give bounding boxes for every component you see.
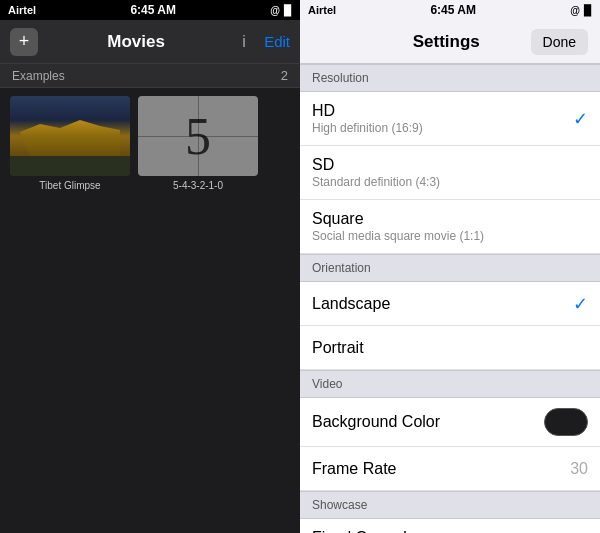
examples-label: Examples	[12, 69, 65, 83]
carrier-right: Airtel	[308, 4, 336, 16]
battery-icon-right: ▉	[584, 5, 592, 16]
tibet-label: Tibet Glimpse	[39, 180, 100, 191]
examples-section-header: Examples 2	[0, 64, 300, 88]
countdown-thumbnail: 5	[138, 96, 258, 176]
time-right: 6:45 AM	[430, 3, 476, 17]
signal-icon-right: @	[570, 5, 580, 16]
edit-button[interactable]: Edit	[264, 33, 290, 50]
battery-icon-left: ▉	[284, 5, 292, 16]
hd-item-left: HD High definition (16:9)	[312, 102, 423, 135]
thumb-img-countdown: 5	[138, 96, 258, 176]
examples-count: 2	[281, 68, 288, 83]
status-icons-right: @ ▉	[570, 5, 592, 16]
info-icon[interactable]: i	[234, 33, 254, 51]
settings-item-sd[interactable]: SD Standard definition (4:3)	[300, 146, 600, 200]
settings-item-landscape[interactable]: Landscape ✓	[300, 282, 600, 326]
square-subtitle: Social media square movie (1:1)	[312, 229, 484, 243]
left-panel: Airtel 6:45 AM @ ▉ + Movies i Edit Examp…	[0, 0, 300, 533]
movies-title: Movies	[38, 32, 234, 52]
settings-item-portrait[interactable]: Portrait	[300, 326, 600, 370]
portrait-title: Portrait	[312, 339, 364, 357]
settings-item-frame-rate[interactable]: Frame Rate 30	[300, 447, 600, 491]
status-bar-left: Airtel 6:45 AM @ ▉	[0, 0, 300, 20]
showcase-section-header: Showcase	[300, 491, 600, 519]
time-left: 6:45 AM	[130, 3, 176, 17]
fixed-cover-item-left: Fixed Cover Image Display fixed cover im…	[312, 529, 533, 533]
thumbnails-row: Tibet Glimpse 5 5-4-3-2-1-0	[0, 88, 300, 199]
background-color-item-left: Background Color	[312, 413, 440, 431]
square-title: Square	[312, 210, 484, 228]
landscape-checkmark: ✓	[573, 293, 588, 315]
signal-icon-left: @	[270, 5, 280, 16]
carrier-left: Airtel	[8, 4, 36, 16]
color-oval[interactable]	[544, 408, 588, 436]
thumb-item-countdown[interactable]: 5 5-4-3-2-1-0	[138, 96, 258, 191]
settings-title: Settings	[362, 32, 531, 52]
sd-title: SD	[312, 156, 440, 174]
frame-rate-value: 30	[570, 460, 588, 478]
hd-checkmark-container: ✓	[573, 108, 588, 130]
hd-title: HD	[312, 102, 423, 120]
orientation-section-header: Orientation	[300, 254, 600, 282]
tibet-thumbnail	[10, 96, 130, 176]
frame-rate-title: Frame Rate	[312, 460, 396, 478]
top-bar-actions: i Edit	[234, 33, 290, 51]
background-color-control	[544, 408, 588, 436]
top-bar-right: Settings Done	[300, 20, 600, 64]
right-panel: Airtel 6:45 AM @ ▉ Settings Done Resolut…	[300, 0, 600, 533]
status-bar-right: Airtel 6:45 AM @ ▉	[300, 0, 600, 20]
status-icons-left: @ ▉	[270, 5, 292, 16]
frame-rate-item-left: Frame Rate	[312, 460, 396, 478]
countdown-lines	[138, 96, 258, 176]
hd-checkmark: ✓	[573, 108, 588, 130]
landscape-item-left: Landscape	[312, 295, 390, 313]
hd-subtitle: High definition (16:9)	[312, 121, 423, 135]
settings-item-hd[interactable]: HD High definition (16:9) ✓	[300, 92, 600, 146]
settings-item-fixed-cover[interactable]: Fixed Cover Image Display fixed cover im…	[300, 519, 600, 533]
thumb-item-tibet[interactable]: Tibet Glimpse	[10, 96, 130, 191]
fixed-cover-title: Fixed Cover Image	[312, 529, 533, 533]
resolution-section-header: Resolution	[300, 64, 600, 92]
sd-item-left: SD Standard definition (4:3)	[312, 156, 440, 189]
landscape-title: Landscape	[312, 295, 390, 313]
done-button[interactable]: Done	[531, 29, 588, 55]
settings-list: Resolution HD High definition (16:9) ✓ S…	[300, 64, 600, 533]
top-bar-left: + Movies i Edit	[0, 20, 300, 64]
background-color-title: Background Color	[312, 413, 440, 431]
countdown-label: 5-4-3-2-1-0	[173, 180, 223, 191]
thumb-img-tibet	[10, 96, 130, 176]
sd-subtitle: Standard definition (4:3)	[312, 175, 440, 189]
landscape-checkmark-container: ✓	[573, 293, 588, 315]
video-section-header: Video	[300, 370, 600, 398]
square-item-left: Square Social media square movie (1:1)	[312, 210, 484, 243]
add-button[interactable]: +	[10, 28, 38, 56]
plus-icon: +	[19, 31, 30, 52]
portrait-item-left: Portrait	[312, 339, 364, 357]
frame-rate-value-container: 30	[570, 460, 588, 478]
settings-item-background-color[interactable]: Background Color	[300, 398, 600, 447]
settings-item-square[interactable]: Square Social media square movie (1:1)	[300, 200, 600, 254]
